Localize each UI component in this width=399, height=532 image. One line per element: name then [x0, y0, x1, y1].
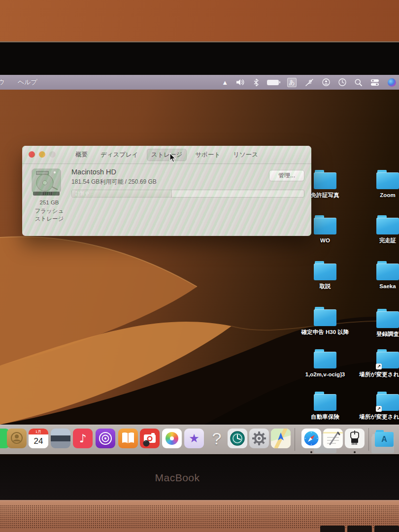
photos-icon[interactable]: [162, 429, 182, 448]
imovie-icon[interactable]: ★: [184, 429, 204, 448]
desktop-folder[interactable]: 確定申告 H30 以降: [293, 309, 357, 336]
menu-bar: ウ ヘルプ ▲ あ: [0, 75, 399, 90]
macbook-screen: ウ ヘルプ ▲ あ: [0, 75, 399, 456]
desktop-folder-alias[interactable]: ↗ 場所が変更された項目: [351, 394, 399, 421]
disk-capacity-caption: 251 GB フラッシュ ストレージ: [22, 199, 76, 223]
folder-label: 場所が変更された項目: [359, 371, 399, 378]
running-indicator-dot: [354, 451, 356, 453]
background-wall: [0, 0, 399, 41]
spotlight-icon[interactable]: [355, 79, 362, 86]
minimize-button[interactable]: [39, 151, 45, 158]
speaker-grille: [0, 505, 399, 529]
folder-label: 完走証: [379, 237, 397, 244]
calendar-month: 1月: [29, 429, 48, 434]
desktop-folder[interactable]: 1,o2m,v-ocig]3: [293, 352, 357, 378]
user-switch-icon[interactable]: [322, 78, 330, 86]
folder-icon: [314, 394, 336, 411]
safari-icon[interactable]: [301, 429, 321, 448]
dock-separator: [368, 428, 369, 451]
desktop-folder[interactable]: 自動車保険: [293, 394, 357, 421]
desktop-folder[interactable]: 完走証: [351, 218, 399, 244]
folder-icon: ↗: [376, 394, 399, 411]
storage-segment-calculating: 計算中...: [72, 190, 172, 197]
folder-icon: [376, 218, 399, 234]
applications-folder-icon[interactable]: A: [374, 429, 394, 448]
folder-label: 1,o2m,v-ocig]3: [305, 371, 345, 378]
music-icon[interactable]: ♪: [73, 429, 93, 448]
battery-icon[interactable]: [267, 80, 279, 85]
capacity-line: 251 GB: [22, 199, 76, 207]
clock-icon[interactable]: [338, 78, 346, 86]
books-icon[interactable]: [118, 429, 138, 448]
hard-drive-icon: [30, 168, 63, 199]
photo-booth-icon[interactable]: [140, 429, 160, 448]
alias-arrow-badge: ↗: [376, 364, 382, 369]
applications-folder-glyph: A: [375, 432, 394, 447]
capacity-line: ストレージ: [22, 215, 76, 223]
dock: 1月 24 ♪ ★ ?: [0, 425, 399, 454]
calendar-icon[interactable]: 1月 24: [29, 429, 48, 448]
toggles-icon[interactable]: [370, 79, 379, 86]
tab-resources[interactable]: リソース: [229, 149, 263, 161]
tab-support[interactable]: サポート: [191, 149, 225, 161]
desktop-folder[interactable]: Zoom: [351, 172, 399, 199]
contacts-icon[interactable]: [7, 429, 27, 448]
volume-icon[interactable]: [236, 79, 245, 86]
window-tabs: 概要 ディスプレイ ストレージ サポート リソース: [71, 149, 263, 161]
siri-icon[interactable]: [388, 78, 396, 87]
tab-storage[interactable]: ストレージ: [147, 149, 187, 161]
close-button[interactable]: [29, 151, 35, 158]
desktop-folder-alias[interactable]: ↗ 場所が変更された項目: [351, 352, 399, 378]
menu-item-partial[interactable]: ウ: [0, 78, 5, 87]
folder-label: 場所が変更された項目: [359, 414, 399, 421]
window-titlebar[interactable]: 概要 ディスプレイ ストレージ サポート リソース: [22, 146, 311, 164]
storage-usage-bar: 計算中...: [71, 190, 304, 198]
tab-displays[interactable]: ディスプレイ: [96, 149, 143, 161]
folder-icon: [314, 264, 336, 280]
folder-label: 確定申告 H30 以降: [301, 329, 349, 336]
desktop-folder[interactable]: Saeka: [351, 264, 399, 290]
folder-icon: [314, 172, 336, 189]
menu-item-help[interactable]: ヘルプ: [18, 78, 37, 87]
system-preferences-icon[interactable]: [249, 429, 269, 448]
macbook-bottom-bezel: MacBook: [0, 456, 399, 500]
about-this-mac-window: 概要 ディスプレイ ストレージ サポート リソース: [22, 146, 311, 236]
folder-icon: [376, 172, 399, 189]
storage-panel: Macintosh HD 181.54 GB利用可能 / 250.69 GB 管…: [22, 164, 311, 236]
capacity-line: フラッシュ: [22, 207, 76, 215]
folder-label: 登録調査: [376, 331, 399, 338]
uninstaller-claw-icon[interactable]: [345, 429, 365, 448]
macbook-top-bezel: [0, 41, 399, 75]
triangle-icon[interactable]: ▲: [222, 79, 228, 86]
folder-icon: [314, 218, 336, 234]
keyboard-keys: [320, 526, 399, 532]
photo-preview-icon[interactable]: [51, 429, 70, 448]
podcasts-icon[interactable]: [96, 429, 115, 448]
desktop-folder[interactable]: 取説: [293, 264, 357, 290]
dock-separator: [295, 428, 295, 451]
disk-usage-text: 181.54 GB利用可能 / 250.69 GB: [71, 178, 157, 186]
slashed-status-icon[interactable]: [305, 79, 314, 86]
folder-label: Zoom: [380, 192, 395, 199]
alias-arrow-badge: ↗: [376, 406, 382, 412]
folder-icon: [314, 309, 336, 326]
bluetooth-icon[interactable]: [254, 79, 259, 86]
tab-overview[interactable]: 概要: [71, 149, 92, 161]
folder-label: 免許証写真: [311, 192, 339, 199]
folder-icon: [376, 311, 399, 328]
calendar-day: 24: [29, 434, 48, 448]
running-indicator-dot: [310, 451, 312, 453]
manage-button[interactable]: 管理...: [269, 170, 304, 181]
notes-icon[interactable]: [323, 429, 343, 448]
folder-label: 自動車保険: [311, 414, 339, 421]
maps-icon[interactable]: [271, 429, 291, 448]
folder-label: WO: [320, 237, 330, 244]
folder-icon: [376, 264, 399, 280]
folder-label: Saeka: [379, 283, 396, 290]
zoom-button-disabled: [49, 151, 56, 158]
folder-icon: [314, 352, 336, 368]
input-source-icon[interactable]: あ: [287, 78, 297, 87]
missing-app-icon[interactable]: ?: [207, 429, 227, 448]
desktop-folder[interactable]: 登録調査: [351, 311, 399, 338]
time-machine-icon[interactable]: [228, 429, 247, 448]
